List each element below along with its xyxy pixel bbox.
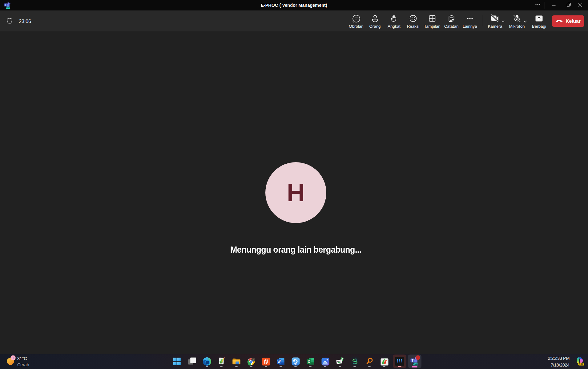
svg-text:w: w xyxy=(295,363,297,365)
svg-text:PRE: PRE xyxy=(579,363,584,365)
svg-text:NEW: NEW xyxy=(413,363,418,365)
svg-text:1: 1 xyxy=(12,356,14,360)
svg-text:W: W xyxy=(278,360,281,363)
svg-text:T: T xyxy=(411,359,413,362)
svg-text:NEW: NEW xyxy=(6,7,10,9)
svg-text:T: T xyxy=(5,3,7,6)
svg-text:X: X xyxy=(308,360,310,363)
